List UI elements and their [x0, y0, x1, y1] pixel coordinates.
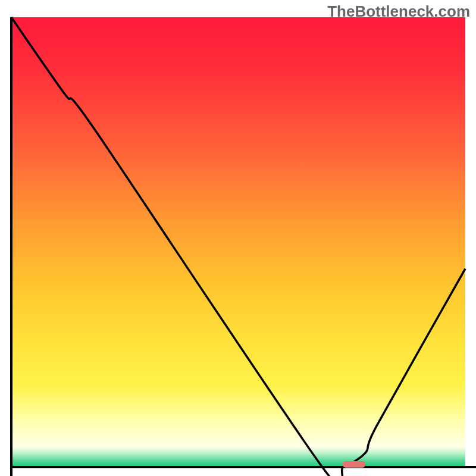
chart-container: TheBottleneck.com: [0, 0, 476, 476]
chart-svg: [0, 0, 476, 476]
optimal-range-marker: [343, 461, 365, 468]
plot-background: [11, 17, 465, 467]
watermark-text: TheBottleneck.com: [327, 2, 470, 21]
